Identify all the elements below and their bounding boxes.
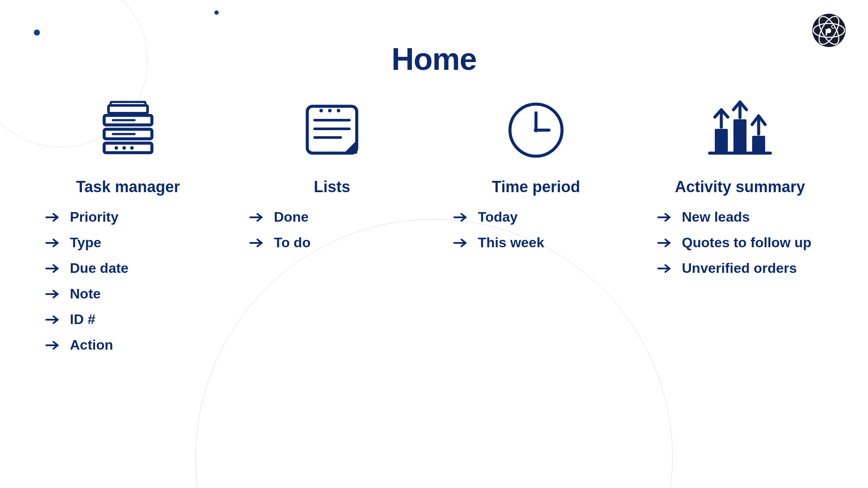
list-item: Unverified orders (658, 260, 822, 276)
arrow-icon (46, 238, 62, 248)
lists-list: Done To do (250, 209, 414, 260)
column-time-period: Time period Today This week (454, 95, 618, 363)
arrow-icon (454, 213, 470, 222)
list-item: Due date (46, 260, 210, 276)
svg-text:C: C (831, 23, 835, 30)
activity-summary-heading: Activity summary (675, 178, 805, 196)
decorative-dot-top-left (34, 29, 40, 36)
content-grid: Task manager Priority Type (0, 95, 868, 363)
item-label: Unverified orders (682, 260, 797, 276)
list-item: Action (46, 337, 210, 353)
arrow-icon (46, 264, 62, 273)
list-item: Quotes to follow up (658, 235, 822, 251)
task-manager-heading: Task manager (76, 178, 180, 196)
arrow-icon (658, 264, 674, 273)
item-label: Quotes to follow up (682, 235, 812, 251)
svg-rect-15 (108, 105, 148, 113)
arrow-icon (250, 238, 266, 248)
arrow-icon (658, 238, 674, 248)
item-label: This week (478, 235, 544, 251)
arrow-icon (46, 289, 62, 299)
list-item: To do (250, 235, 414, 251)
list-item: Type (46, 235, 210, 251)
svg-rect-42 (733, 119, 746, 153)
list-item: ID # (46, 311, 210, 328)
svg-point-27 (319, 109, 323, 112)
column-task-manager: Task manager Priority Type (46, 95, 210, 363)
svg-rect-7 (104, 143, 152, 153)
item-label: New leads (682, 209, 750, 225)
column-activity-summary: Activity summary New leads Quotes to fol… (658, 95, 822, 363)
item-label: Priority (70, 209, 118, 225)
list-item: This week (454, 235, 618, 251)
time-period-icon (501, 95, 571, 165)
svg-rect-16 (111, 102, 145, 105)
column-lists: Lists Done To do (250, 95, 414, 363)
activity-summary-list: New leads Quotes to follow up Unverified… (658, 209, 822, 286)
list-item: Today (454, 209, 618, 225)
task-manager-list: Priority Type Due date (46, 209, 210, 363)
time-period-heading: Time period (492, 178, 580, 196)
item-label: Today (478, 209, 518, 225)
item-label: Type (70, 235, 101, 251)
item-label: To do (274, 235, 311, 251)
arrow-icon (454, 238, 470, 248)
item-label: Note (70, 286, 101, 302)
time-period-list: Today This week (454, 209, 618, 260)
app-logo[interactable]: P C (812, 13, 846, 48)
arrow-icon (250, 213, 266, 222)
list-item: Done (250, 209, 414, 225)
svg-rect-44 (752, 136, 765, 153)
arrow-icon (658, 213, 674, 222)
lists-icon (297, 95, 367, 165)
arrow-icon (46, 213, 62, 222)
list-item: Priority (46, 209, 210, 225)
task-manager-icon (93, 95, 163, 165)
item-label: Done (274, 209, 309, 225)
svg-point-29 (337, 109, 340, 112)
lists-heading: Lists (314, 178, 350, 196)
svg-rect-40 (715, 129, 728, 153)
svg-text:P: P (825, 27, 832, 38)
svg-point-12 (130, 146, 134, 150)
svg-point-10 (115, 146, 118, 150)
svg-point-11 (122, 146, 126, 150)
svg-point-36 (534, 128, 538, 132)
list-item: New leads (658, 209, 822, 225)
arrow-icon (46, 315, 62, 324)
list-item: Note (46, 286, 210, 302)
item-label: Action (70, 337, 113, 353)
page-title: Home (391, 41, 477, 77)
arrow-icon (46, 341, 62, 350)
item-label: Due date (70, 260, 128, 276)
decorative-dot-top-center (214, 10, 219, 15)
svg-point-28 (328, 109, 332, 112)
item-label: ID # (70, 311, 95, 328)
activity-summary-icon (705, 95, 775, 165)
